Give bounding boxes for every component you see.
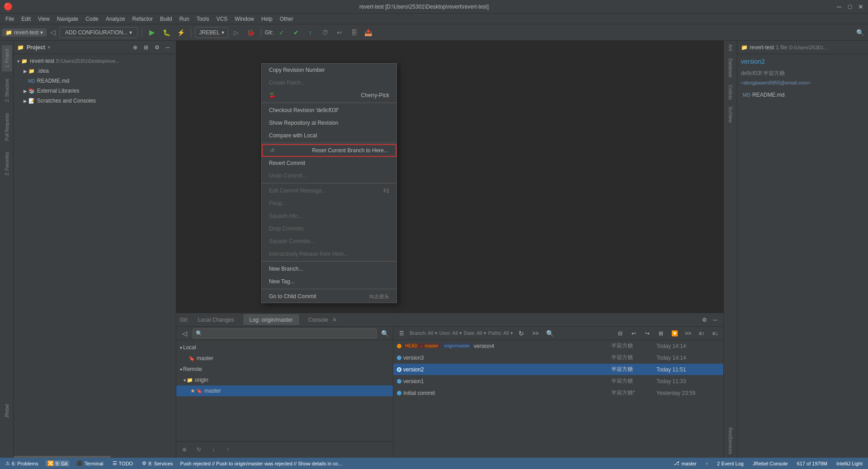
jrebel-debug-button[interactable]: 🐞 xyxy=(245,26,257,39)
origin-master-branch[interactable]: ▾ ★ 🔖 master xyxy=(176,385,393,396)
git-push-button[interactable]: ↑ xyxy=(304,26,317,39)
push-conflict-icon[interactable]: ↑ xyxy=(704,460,710,466)
context-edit-message[interactable]: Edit Commit Message... F2 xyxy=(262,184,396,197)
jrebel-sidebar-btn[interactable]: JRebel xyxy=(2,400,12,422)
menu-navigate[interactable]: Navigate xyxy=(53,15,82,23)
branches-search[interactable] xyxy=(193,328,377,338)
menu-refactor[interactable]: Refactor xyxy=(129,15,156,23)
context-copy-revision[interactable]: Copy Revision Number xyxy=(262,64,396,76)
context-revert-commit[interactable]: Revert Commit xyxy=(262,157,396,169)
menu-other[interactable]: Other xyxy=(276,15,297,23)
origin-group[interactable]: ▾ 📁 origin xyxy=(176,375,393,385)
git-commit-button[interactable]: ✔ xyxy=(290,26,302,39)
sciview-sidebar-btn[interactable]: SciView xyxy=(725,103,736,126)
redo-btn[interactable]: ↪ xyxy=(641,327,654,340)
context-reset-branch[interactable]: ↺ Reset Current Branch to Here... xyxy=(262,144,396,157)
branches-search-btn[interactable]: 🔍 xyxy=(378,327,391,340)
tree-item-idea[interactable]: ▶ 📁 .idea xyxy=(14,66,176,76)
project-root[interactable]: ▾ 📁 revert-test D:\Users\25301\Desktop\r… xyxy=(14,56,176,66)
project-sidebar-btn[interactable]: 1: Project xyxy=(2,45,12,71)
project-panel-title[interactable]: Project xyxy=(27,44,45,51)
menu-analyze[interactable]: Analyze xyxy=(102,15,129,23)
context-drop-commits[interactable]: Drop Commits xyxy=(262,222,396,235)
log-row-3[interactable]: version1 半宙方糖 Today 11:33 xyxy=(393,375,723,387)
menu-run[interactable]: Run xyxy=(176,15,193,23)
minimize-panel-btn[interactable]: ─ xyxy=(163,43,172,52)
console-close-btn[interactable]: ✕ xyxy=(332,317,337,323)
maximize-button[interactable]: □ xyxy=(846,3,854,10)
menu-code[interactable]: Code xyxy=(82,15,102,23)
context-squash-into[interactable]: Squash Into... xyxy=(262,210,396,222)
rest-services-sidebar-btn[interactable]: RestServices xyxy=(725,424,736,458)
git-rollback-button[interactable]: ↩ xyxy=(333,26,346,39)
git-status[interactable]: 🔀 9: Git xyxy=(46,460,69,466)
terminal-status[interactable]: ⬛ Terminal xyxy=(75,460,105,466)
run-button[interactable]: ▶ xyxy=(146,26,158,39)
log-row-4[interactable]: Initial commit 半宙方糖* Yesterday 23:59 xyxy=(393,387,723,399)
menu-tools[interactable]: Tools xyxy=(193,15,213,23)
menu-window[interactable]: Window xyxy=(231,15,258,23)
event-log-status[interactable]: 2 Event Log xyxy=(715,460,745,466)
menu-view[interactable]: View xyxy=(34,15,53,23)
git-history-button[interactable]: ⏱ xyxy=(319,26,331,39)
menu-build[interactable]: Build xyxy=(156,15,176,23)
todo-status[interactable]: ☰ TODO xyxy=(111,460,135,466)
log-more-btn[interactable]: >> xyxy=(529,327,542,340)
ant-sidebar-btn[interactable]: Ant xyxy=(725,41,736,55)
tree-item-ext-libs[interactable]: ▶ 📚 External Libraries xyxy=(14,86,176,96)
tree-item-readme[interactable]: ▶ MD README.md xyxy=(14,76,176,86)
new-branch-btn[interactable]: ⊕ xyxy=(178,443,191,456)
collapse-btn[interactable]: ⊟ xyxy=(614,327,627,340)
tab-local-changes[interactable]: Local Changes xyxy=(192,314,240,325)
push-btn[interactable]: ↑ xyxy=(222,443,234,456)
context-new-branch[interactable]: New Branch... xyxy=(262,263,396,275)
services-status[interactable]: ⚙ 8: Services xyxy=(140,460,175,466)
pull-btn[interactable]: ↓ xyxy=(207,443,220,456)
commit-file-readme[interactable]: MD README.md xyxy=(741,91,864,99)
log-filter-btn[interactable]: ☰ xyxy=(395,327,408,340)
log-row-2[interactable]: version2 半宙方糖 Today 11:51 xyxy=(393,364,723,375)
back-button[interactable]: ◁ xyxy=(48,26,57,38)
jrebel-selector[interactable]: JREBEL ▾ xyxy=(195,27,228,38)
more-actions-btn[interactable]: >> xyxy=(682,327,694,340)
log-refresh-btn[interactable]: ↻ xyxy=(515,327,528,340)
add-content-btn[interactable]: ⊕ xyxy=(131,43,140,52)
debug-button[interactable]: 🐛 xyxy=(160,26,173,39)
run-coverage-button[interactable]: ⚡ xyxy=(175,26,187,39)
log-search-btn[interactable]: 🔍 xyxy=(544,327,557,340)
git-unshelve-button[interactable]: 📤 xyxy=(362,26,375,39)
codota-sidebar-btn[interactable]: Codota xyxy=(725,81,736,103)
favorites-sidebar-btn[interactable]: 2: Favorites xyxy=(2,148,12,179)
git-update-button[interactable]: ✓ xyxy=(275,26,288,39)
sort-desc-btn[interactable]: ≡↓ xyxy=(709,327,722,340)
position-status[interactable]: 617 of 1979M xyxy=(795,460,829,466)
context-fixup[interactable]: Fixup... xyxy=(262,197,396,210)
local-group[interactable]: ▾ Local xyxy=(176,342,393,353)
settings-btn[interactable]: ⚙ xyxy=(152,43,161,52)
filter-btn[interactable]: 🔽 xyxy=(668,327,681,340)
menu-help[interactable]: Help xyxy=(258,15,276,23)
ide-status[interactable]: IntelliJ Light xyxy=(835,460,864,466)
search-everywhere-button[interactable]: 🔍 xyxy=(854,26,866,39)
remote-group[interactable]: ▾ Remote xyxy=(176,364,393,375)
git-shelf-button[interactable]: 🗄 xyxy=(348,26,360,39)
context-interactive-rebase[interactable]: Interactively Rebase from Here... xyxy=(262,248,396,260)
git-minimize-btn[interactable]: ─ xyxy=(711,315,720,324)
log-row-1[interactable]: version3 半宙方糖 Today 14:14 xyxy=(393,352,723,364)
pull-requests-sidebar-btn[interactable]: Pull Requests xyxy=(2,109,12,145)
tab-console[interactable]: Console ✕ xyxy=(302,314,343,325)
context-new-tag[interactable]: New Tag... xyxy=(262,275,396,288)
fetch-btn[interactable]: ↻ xyxy=(193,443,205,456)
grid-view-btn[interactable]: ⊞ xyxy=(655,327,667,340)
minimize-button[interactable]: ─ xyxy=(835,3,843,10)
context-show-repo[interactable]: Show Repository at Revision xyxy=(262,117,396,129)
context-compare-local[interactable]: Compare with Local xyxy=(262,129,396,142)
git-settings-btn[interactable]: ⚙ xyxy=(700,315,709,324)
menu-file[interactable]: File xyxy=(2,15,18,23)
context-go-to-child[interactable]: Go to Child Commit 向左箭头 xyxy=(262,290,396,303)
menu-vcs[interactable]: VCS xyxy=(213,15,231,23)
master-branch[interactable]: ▾ 🔖 master xyxy=(176,353,393,364)
close-button[interactable]: ✕ xyxy=(857,3,864,10)
undo-btn[interactable]: ↩ xyxy=(627,327,640,340)
layout-btn[interactable]: ⊞ xyxy=(142,43,151,52)
